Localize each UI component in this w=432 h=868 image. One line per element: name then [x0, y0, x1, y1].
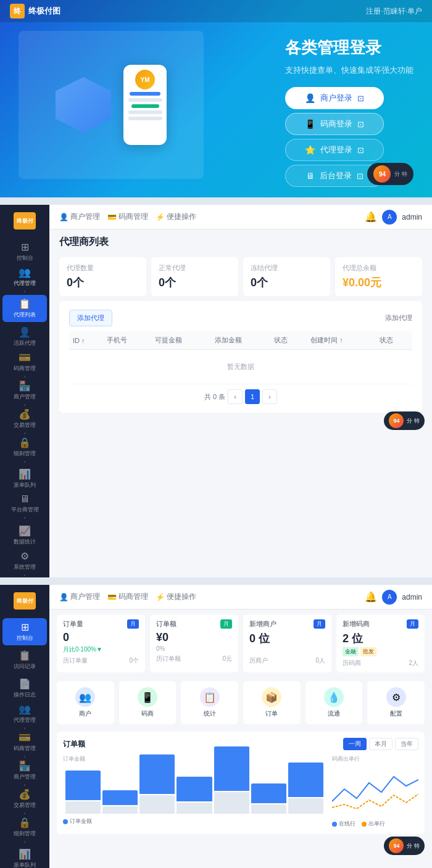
bell-icon-3[interactable]: 🔔: [365, 591, 377, 603]
agent-table-wrap: ID ↑ 手机号 可提金额 添加金额 状态 创建时间 ↑ 状态: [69, 331, 412, 384]
qa-flow[interactable]: 💧 流通: [305, 681, 363, 724]
stat-frozen-agents: 冻结代理 0个: [243, 257, 330, 296]
sidebar3-ops-log[interactable]: 📄 操作日志: [2, 675, 47, 702]
phone-line-5: [128, 117, 162, 120]
agent-login-button[interactable]: ⭐ 代理登录 ⊡: [285, 139, 384, 161]
user-name: admin: [402, 213, 422, 221]
qa-order[interactable]: 📦 订单: [243, 681, 301, 724]
chart-tab-year[interactable]: 当年: [395, 738, 418, 750]
float-badge-3: 94 分 特: [384, 837, 425, 855]
sidebar3-merchant[interactable]: 🏪 商户管理 ›: [2, 760, 47, 787]
line-chart-container: 码商出单行 在线行: [332, 755, 418, 828]
nav-merchant-mgmt[interactable]: 👤 商户管理: [59, 212, 100, 222]
sidebar3-queue[interactable]: 📊 派单队列: [2, 845, 47, 868]
hero-topbar-right: 注册·范睐轩·单户: [366, 6, 422, 17]
sidebar-item-platform[interactable]: 🖥 平台商管理 ›: [2, 494, 47, 521]
chart-section: 订单额 一周 本月 当年 订单金额: [57, 732, 425, 834]
bar-6: [251, 783, 286, 814]
sidebar-item-agent-mgmt[interactable]: 👥 代理管理 ›: [2, 267, 47, 294]
qa-order-icon: 📦: [262, 687, 281, 707]
sidebar3-access-log[interactable]: 📋 访问记录: [2, 647, 47, 674]
sidebar-item-stats[interactable]: 📈 数据统计: [2, 522, 47, 549]
qr-icon-3: 💳: [19, 732, 31, 743]
nav3-ops[interactable]: ⚡ 便捷操作: [156, 592, 196, 602]
agent-table-section: 添加代理 添加代理 ID ↑ 手机号 可提金额 添加金额: [59, 301, 422, 413]
add-agent-button[interactable]: 添加代理: [69, 310, 112, 326]
legend-line-orange: 出单行: [362, 820, 385, 828]
sidebar-item-system[interactable]: ⚙ 系统管理 ›: [2, 550, 47, 577]
system-icon: ⚙: [20, 550, 29, 562]
sidebar-item-transaction[interactable]: 💰 交易管理 ›: [2, 408, 47, 436]
sidebar-item-agent-list[interactable]: 📋 代理列表: [2, 295, 47, 322]
user-icon-3: 👤: [59, 593, 69, 601]
merchant-login-button[interactable]: 👤 商户登录 ⊡: [285, 87, 384, 109]
sidebar-item-qr-mgmt[interactable]: 💳 码商管理 ›: [2, 352, 47, 379]
user-avatar-3: A: [382, 590, 397, 605]
pagination-2: 共 0 条 ‹ 1 ›: [69, 384, 412, 409]
sidebar-item-merchant-mgmt[interactable]: 🏪 商户管理 ›: [2, 380, 47, 407]
nav-quick-ops[interactable]: ⚡ 便捷操作: [156, 212, 196, 222]
page-title: 代理商列表: [59, 236, 109, 247]
active-agent-icon: 👤: [19, 326, 31, 338]
qa-qr[interactable]: 📱 码商: [119, 681, 177, 724]
col-status: 状态: [270, 331, 307, 350]
ops-icon: ⚡: [156, 213, 165, 221]
col-phone: 手机号: [103, 331, 151, 350]
nav3-merchant[interactable]: 👤 商户管理: [59, 592, 100, 602]
hero-topbar: 终 终极付图 注册·范睐轩·单户: [0, 0, 432, 22]
rules-icon-3: 🔒: [19, 817, 31, 829]
home-icon: ⊞: [21, 241, 29, 253]
qa-stats-icon: 📋: [200, 687, 220, 707]
qrcode-login-button[interactable]: 📱 码商登录 ⊡: [285, 113, 384, 135]
hex-decoration: [56, 77, 111, 133]
ops-log-icon: 📄: [19, 678, 31, 690]
sidebar3-agent[interactable]: 👥 代理管理 ›: [2, 703, 47, 730]
col-added: 添加金额: [211, 331, 271, 350]
line-chart: [332, 764, 418, 814]
next-page-btn[interactable]: ›: [262, 389, 277, 404]
sidebar-item-rules[interactable]: 🔒 细则管理 ›: [2, 437, 47, 464]
stat-total-agents: 代理数量 0个: [59, 257, 146, 296]
stat-order-count: 订单量 月 0 月比0·100%▼ 历订单量 0个: [57, 614, 145, 672]
bar-2: [102, 790, 138, 814]
sidebar-item-queue[interactable]: 📊 派单队列: [2, 465, 47, 492]
bell-icon[interactable]: 🔔: [365, 211, 377, 223]
chart-tab-month[interactable]: 本月: [369, 738, 393, 750]
sidebar-logo-3: 终极付: [6, 590, 43, 612]
sidebar3-rules[interactable]: 🔒 细则管理 ›: [2, 817, 47, 844]
chart-title: 订单额: [63, 739, 85, 750]
ops-icon-3: ⚡: [156, 593, 165, 601]
hero-logo-icon: 终: [10, 4, 25, 19]
user-name-3: admin: [402, 593, 422, 601]
qa-merchant[interactable]: 👥 商户: [57, 681, 114, 724]
hero-logo-text: 终极付图: [28, 6, 60, 17]
sidebar3-console[interactable]: ⊞ 控制台: [2, 618, 47, 645]
chart-tab-week[interactable]: 一周: [343, 738, 367, 750]
page-1-btn[interactable]: 1: [245, 389, 260, 404]
col-created: 创建时间 ↑: [307, 331, 376, 350]
hero-section: 终 终极付图 注册·范睐轩·单户 YM: [0, 0, 432, 197]
chart-tabs: 一周 本月 当年: [343, 738, 418, 750]
sidebar3-qr[interactable]: 💳 码商管理 ›: [2, 732, 47, 759]
agent-table: ID ↑ 手机号 可提金额 添加金额 状态 创建时间 ↑ 状态: [69, 331, 412, 384]
bar-chart-container: 订单金额: [63, 755, 326, 828]
hero-title: 各类管理登录: [285, 37, 413, 59]
qa-stats[interactable]: 📋 统计: [181, 681, 238, 724]
qa-flow-icon: 💧: [324, 687, 344, 707]
nav3-qr[interactable]: 💳 码商管理: [107, 592, 148, 602]
badge-circle: 94: [373, 165, 391, 183]
sidebar-item-console[interactable]: ⊞ 控制台: [2, 238, 47, 265]
phone-mockup: YM: [123, 65, 167, 145]
legend-order-amount: 订单金额: [63, 817, 92, 825]
qa-config[interactable]: ⚙ 配置: [367, 681, 425, 724]
topnav-3: 👤 商户管理 💳 码商管理 ⚡ 便捷操作 🔔 A admin: [49, 585, 432, 610]
sidebar-3: 终极付 ⊞ 控制台 📋 访问记录 📄 操作日志 👥 代理管理 › 💳 码商管: [0, 585, 49, 868]
transaction-icon: 💰: [19, 408, 31, 420]
hero-logo: 终 终极付图: [10, 4, 60, 19]
rules-icon: 🔒: [19, 437, 31, 448]
prev-page-btn[interactable]: ‹: [228, 389, 243, 404]
sidebar3-transaction[interactable]: 💰 交易管理 ›: [2, 788, 47, 816]
nav-qr-mgmt[interactable]: 💳 码商管理: [107, 212, 148, 222]
qr-nav-icon-3: 💳: [107, 593, 117, 601]
sidebar-item-active-agent[interactable]: 👤 活跃代理: [2, 323, 47, 350]
